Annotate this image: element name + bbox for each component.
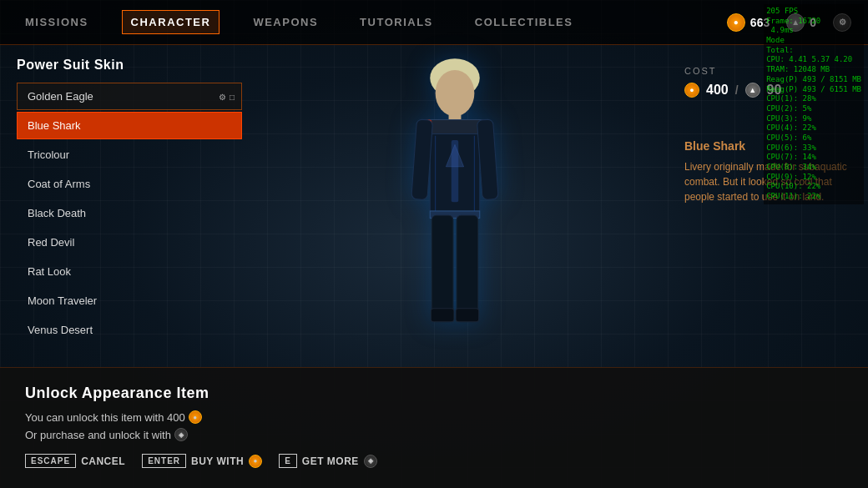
skin-item-moon-traveler[interactable]: Moon Traveler <box>17 287 242 314</box>
cost-separator: / <box>735 83 739 97</box>
skin-item-black-death[interactable]: Black Death <box>17 199 242 227</box>
unlock-gem-icon: ◈ <box>174 428 188 441</box>
svg-rect-11 <box>431 215 453 322</box>
enter-key-badge: ENTER <box>142 454 186 468</box>
buy-coin-icon: ● <box>249 455 262 468</box>
svg-rect-12 <box>457 215 478 322</box>
bottom-buttons: ESCAPE CANCEL ENTER BUY WITH ● E GET MOR… <box>25 454 843 468</box>
unlock-text-1: You can unlock this item with 400 <box>25 411 185 424</box>
skin-item-rat-look[interactable]: Rat Look <box>17 258 242 285</box>
svg-rect-8 <box>411 118 433 199</box>
get-more-icon: ◈ <box>364 455 377 468</box>
cost-coins: 400 <box>706 83 729 98</box>
svg-rect-9 <box>477 118 498 199</box>
nav-character[interactable]: CHARACTER <box>122 10 220 34</box>
skin-label: Venus Desert <box>28 324 93 336</box>
escape-label: CANCEL <box>81 455 125 467</box>
skin-item-blue-shark[interactable]: Blue Shark <box>17 112 242 139</box>
escape-button[interactable]: ESCAPE CANCEL <box>25 454 125 468</box>
e-button[interactable]: E GET MORE ◈ <box>279 454 377 468</box>
enter-label: BUY WITH <box>191 455 244 467</box>
skin-icons: ⚙ □ <box>219 92 235 101</box>
skin-item-red-devil[interactable]: Red Devil <box>17 229 242 256</box>
skin-label: Rat Look <box>28 265 71 278</box>
nav-collectibles[interactable]: COLLECTIBLES <box>467 11 582 33</box>
lock-icon: □ <box>230 92 235 101</box>
svg-rect-13 <box>431 308 454 321</box>
skin-list: Golden Eagle ⚙ □ Blue Shark Tricolour Co… <box>17 83 242 344</box>
unlock-coin-icon: ● <box>189 410 202 424</box>
skin-label: Coat of Arms <box>28 178 90 190</box>
skin-label: Red Devil <box>28 236 74 249</box>
enter-button[interactable]: ENTER BUY WITH ● <box>142 454 262 468</box>
skin-item-golden-eagle[interactable]: Golden Eagle ⚙ □ <box>17 83 242 110</box>
escape-key-badge: ESCAPE <box>25 454 76 468</box>
skin-item-venus-desert[interactable]: Venus Desert <box>17 316 242 344</box>
skin-label: Golden Eagle <box>28 90 93 103</box>
cost-coin-icon: ● <box>684 83 699 98</box>
settings-icon: ⚙ <box>219 92 226 101</box>
unlock-line-1: You can unlock this item with 400 ● <box>25 410 843 424</box>
skin-item-tricolour[interactable]: Tricolour <box>17 141 242 169</box>
main-content: Power Suit Skin Golden Eagle ⚙ □ Blue Sh… <box>0 45 868 350</box>
cost-gem-icon: ▲ <box>745 83 760 98</box>
coin-icon: ● <box>727 13 745 32</box>
nav-tutorials[interactable]: TUTORIALS <box>351 11 442 33</box>
panel-title: Power Suit Skin <box>17 58 242 73</box>
skin-item-coat-of-arms[interactable]: Coat of Arms <box>17 170 242 198</box>
character-area <box>242 58 668 337</box>
skin-label: Moon Traveler <box>28 294 97 307</box>
fps-overlay: 205 FPS Frame: 16720 4.9ms Mode Total: C… <box>764 4 864 204</box>
skin-label: Tricolour <box>28 148 69 161</box>
svg-point-1 <box>436 70 475 116</box>
character-model <box>371 56 538 340</box>
unlock-text-2: Or purchase and unlock it with <box>25 429 171 441</box>
e-label: GET MORE <box>302 455 359 467</box>
skin-label: Blue Shark <box>28 119 81 132</box>
bottom-info: Unlock Appearance Item You can unlock th… <box>0 367 868 488</box>
e-key-badge: E <box>279 454 297 468</box>
skin-label: Black Death <box>28 207 86 219</box>
top-nav: MISSIONS CHARACTER WEAPONS TUTORIALS COL… <box>0 0 868 45</box>
svg-rect-14 <box>456 308 479 321</box>
nav-weapons[interactable]: WEAPONS <box>245 11 326 33</box>
nav-missions[interactable]: MISSIONS <box>17 11 97 33</box>
skin-panel: Power Suit Skin Golden Eagle ⚙ □ Blue Sh… <box>17 58 242 337</box>
unlock-title: Unlock Appearance Item <box>25 385 843 402</box>
unlock-line-2: Or purchase and unlock it with ◈ <box>25 428 843 441</box>
